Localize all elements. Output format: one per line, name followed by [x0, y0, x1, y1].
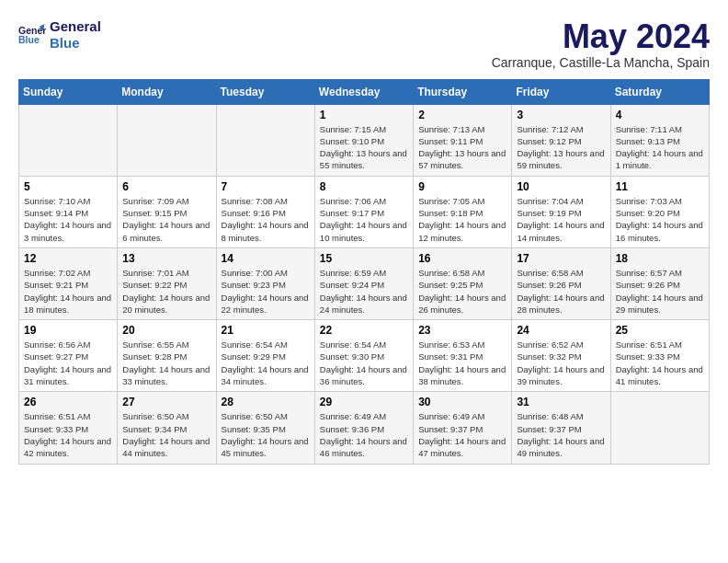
calendar-cell: 8Sunrise: 7:06 AMSunset: 9:17 PMDaylight… — [314, 176, 413, 247]
weekday-header: Friday — [512, 79, 610, 104]
weekday-header: Sunday — [19, 79, 118, 104]
day-number: 7 — [222, 180, 310, 193]
day-info: Sunrise: 6:58 AMSunset: 9:25 PMDaylight:… — [418, 267, 506, 316]
day-number: 29 — [320, 396, 408, 408]
day-number: 18 — [616, 252, 704, 265]
day-info: Sunrise: 6:53 AMSunset: 9:31 PMDaylight:… — [418, 339, 506, 387]
page-header: General Blue General Blue May 2024 Carra… — [18, 18, 710, 70]
logo-icon: General Blue — [18, 21, 46, 49]
calendar-cell — [19, 104, 118, 176]
day-info: Sunrise: 6:51 AMSunset: 9:33 PMDaylight:… — [616, 339, 704, 387]
logo-blue: Blue — [50, 35, 101, 52]
day-info: Sunrise: 7:00 AMSunset: 9:23 PMDaylight:… — [222, 267, 310, 316]
day-number: 1 — [320, 109, 408, 121]
calendar-cell: 23Sunrise: 6:53 AMSunset: 9:31 PMDayligh… — [414, 320, 512, 392]
day-info: Sunrise: 6:57 AMSunset: 9:26 PMDaylight:… — [616, 267, 704, 316]
calendar-cell: 18Sunrise: 6:57 AMSunset: 9:26 PMDayligh… — [610, 247, 709, 319]
day-info: Sunrise: 6:50 AMSunset: 9:35 PMDaylight:… — [222, 410, 310, 459]
calendar-cell: 5Sunrise: 7:10 AMSunset: 9:14 PMDaylight… — [19, 176, 118, 247]
day-info: Sunrise: 7:15 AMSunset: 9:10 PMDaylight:… — [320, 123, 408, 172]
day-number: 10 — [517, 180, 605, 193]
calendar-cell: 28Sunrise: 6:50 AMSunset: 9:35 PMDayligh… — [216, 392, 314, 464]
day-number: 27 — [122, 396, 210, 408]
calendar-cell: 1Sunrise: 7:15 AMSunset: 9:10 PMDaylight… — [314, 104, 413, 176]
calendar-cell: 3Sunrise: 7:12 AMSunset: 9:12 PMDaylight… — [512, 104, 610, 176]
calendar-cell: 24Sunrise: 6:52 AMSunset: 9:32 PMDayligh… — [512, 320, 610, 392]
weekday-header: Monday — [118, 79, 216, 104]
calendar-cell: 14Sunrise: 7:00 AMSunset: 9:23 PMDayligh… — [216, 247, 314, 319]
day-info: Sunrise: 7:10 AMSunset: 9:14 PMDaylight:… — [24, 195, 112, 244]
calendar-cell: 31Sunrise: 6:48 AMSunset: 9:37 PMDayligh… — [512, 392, 610, 464]
logo-general: General — [50, 18, 101, 35]
day-info: Sunrise: 6:54 AMSunset: 9:29 PMDaylight:… — [222, 339, 310, 387]
day-number: 2 — [418, 109, 506, 121]
calendar-cell: 13Sunrise: 7:01 AMSunset: 9:22 PMDayligh… — [118, 247, 216, 319]
calendar-week-row: 19Sunrise: 6:56 AMSunset: 9:27 PMDayligh… — [19, 320, 710, 392]
day-number: 5 — [24, 180, 112, 193]
month-title: May 2024 — [492, 18, 710, 55]
calendar-cell: 10Sunrise: 7:04 AMSunset: 9:19 PMDayligh… — [512, 176, 610, 247]
calendar-week-row: 5Sunrise: 7:10 AMSunset: 9:14 PMDaylight… — [19, 176, 710, 247]
day-info: Sunrise: 7:09 AMSunset: 9:15 PMDaylight:… — [122, 195, 210, 244]
weekday-header: Wednesday — [314, 79, 413, 104]
day-number: 17 — [517, 252, 605, 265]
calendar-cell: 12Sunrise: 7:02 AMSunset: 9:21 PMDayligh… — [19, 247, 118, 319]
day-number: 4 — [616, 109, 704, 121]
day-info: Sunrise: 6:56 AMSunset: 9:27 PMDaylight:… — [24, 339, 112, 387]
day-number: 25 — [616, 324, 704, 337]
calendar-cell — [216, 104, 314, 176]
calendar-week-row: 26Sunrise: 6:51 AMSunset: 9:33 PMDayligh… — [19, 392, 710, 464]
calendar-cell — [118, 104, 216, 176]
day-number: 16 — [418, 252, 506, 265]
calendar-cell: 20Sunrise: 6:55 AMSunset: 9:28 PMDayligh… — [118, 320, 216, 392]
day-number: 14 — [222, 252, 310, 265]
calendar-cell: 11Sunrise: 7:03 AMSunset: 9:20 PMDayligh… — [610, 176, 709, 247]
day-info: Sunrise: 7:05 AMSunset: 9:18 PMDaylight:… — [418, 195, 506, 244]
calendar-cell: 2Sunrise: 7:13 AMSunset: 9:11 PMDaylight… — [414, 104, 512, 176]
weekday-header: Tuesday — [216, 79, 314, 104]
calendar-cell: 22Sunrise: 6:54 AMSunset: 9:30 PMDayligh… — [314, 320, 413, 392]
calendar-cell: 27Sunrise: 6:50 AMSunset: 9:34 PMDayligh… — [118, 392, 216, 464]
calendar-week-row: 12Sunrise: 7:02 AMSunset: 9:21 PMDayligh… — [19, 247, 710, 319]
calendar-cell: 9Sunrise: 7:05 AMSunset: 9:18 PMDaylight… — [414, 176, 512, 247]
calendar-cell: 15Sunrise: 6:59 AMSunset: 9:24 PMDayligh… — [314, 247, 413, 319]
day-number: 30 — [418, 396, 506, 408]
calendar-week-row: 1Sunrise: 7:15 AMSunset: 9:10 PMDaylight… — [19, 104, 710, 176]
day-info: Sunrise: 6:49 AMSunset: 9:36 PMDaylight:… — [320, 410, 408, 459]
day-number: 24 — [517, 324, 605, 337]
day-info: Sunrise: 6:51 AMSunset: 9:33 PMDaylight:… — [24, 410, 112, 459]
day-number: 6 — [122, 180, 210, 193]
day-number: 15 — [320, 252, 408, 265]
day-number: 8 — [320, 180, 408, 193]
day-number: 31 — [517, 396, 605, 408]
day-number: 20 — [122, 324, 210, 337]
day-info: Sunrise: 7:04 AMSunset: 9:19 PMDaylight:… — [517, 195, 605, 244]
logo: General Blue General Blue — [18, 18, 101, 52]
calendar-cell — [610, 392, 709, 464]
day-info: Sunrise: 7:01 AMSunset: 9:22 PMDaylight:… — [122, 267, 210, 316]
day-info: Sunrise: 7:03 AMSunset: 9:20 PMDaylight:… — [616, 195, 704, 244]
day-info: Sunrise: 6:48 AMSunset: 9:37 PMDaylight:… — [517, 410, 605, 459]
weekday-header: Saturday — [610, 79, 709, 104]
day-info: Sunrise: 6:55 AMSunset: 9:28 PMDaylight:… — [122, 339, 210, 387]
day-info: Sunrise: 6:52 AMSunset: 9:32 PMDaylight:… — [517, 339, 605, 387]
day-info: Sunrise: 6:49 AMSunset: 9:37 PMDaylight:… — [418, 410, 506, 459]
day-number: 3 — [517, 109, 605, 121]
day-info: Sunrise: 6:50 AMSunset: 9:34 PMDaylight:… — [122, 410, 210, 459]
day-number: 22 — [320, 324, 408, 337]
day-number: 26 — [24, 396, 112, 408]
day-info: Sunrise: 6:59 AMSunset: 9:24 PMDaylight:… — [320, 267, 408, 316]
day-number: 9 — [418, 180, 506, 193]
calendar-cell: 21Sunrise: 6:54 AMSunset: 9:29 PMDayligh… — [216, 320, 314, 392]
day-number: 12 — [24, 252, 112, 265]
day-info: Sunrise: 7:02 AMSunset: 9:21 PMDaylight:… — [24, 267, 112, 316]
calendar-cell: 7Sunrise: 7:08 AMSunset: 9:16 PMDaylight… — [216, 176, 314, 247]
day-info: Sunrise: 7:13 AMSunset: 9:11 PMDaylight:… — [418, 123, 506, 172]
day-info: Sunrise: 6:58 AMSunset: 9:26 PMDaylight:… — [517, 267, 605, 316]
day-number: 28 — [222, 396, 310, 408]
calendar-cell: 17Sunrise: 6:58 AMSunset: 9:26 PMDayligh… — [512, 247, 610, 319]
calendar-cell: 6Sunrise: 7:09 AMSunset: 9:15 PMDaylight… — [118, 176, 216, 247]
calendar-cell: 30Sunrise: 6:49 AMSunset: 9:37 PMDayligh… — [414, 392, 512, 464]
day-number: 13 — [122, 252, 210, 265]
calendar-header: SundayMondayTuesdayWednesdayThursdayFrid… — [19, 79, 710, 104]
